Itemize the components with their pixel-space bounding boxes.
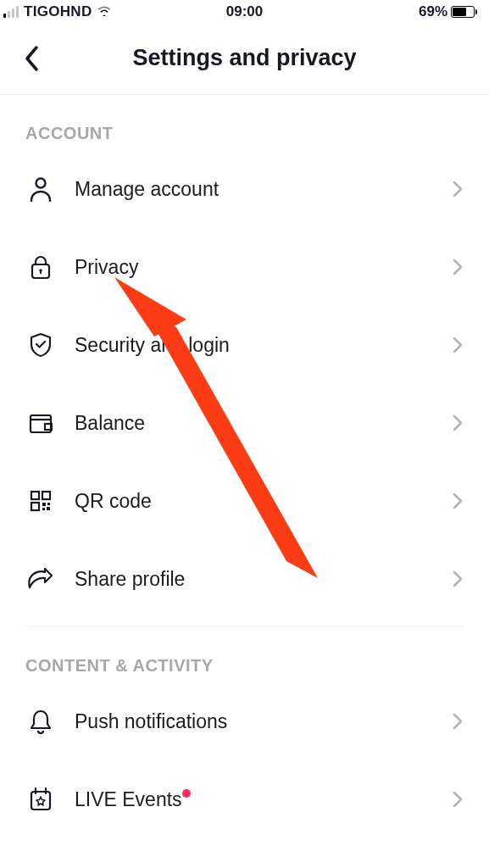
svg-rect-13 [31,792,50,810]
svg-rect-10 [47,503,50,505]
svg-rect-8 [31,503,39,510]
chevron-right-icon [448,790,467,809]
page-title: Settings and privacy [132,45,356,71]
cellular-signal-icon [3,6,19,18]
settings-item-share-profile[interactable]: Share profile [0,540,489,618]
chevron-right-icon [448,570,467,588]
status-bar: TIGOHND 09:00 69% [0,0,489,22]
settings-item-label: LIVE Events [75,788,448,811]
bell-icon [25,706,56,737]
chevron-left-icon [23,44,42,73]
settings-item-privacy[interactable]: Privacy [0,228,489,306]
lock-icon [25,252,56,282]
battery-percent-label: 69% [419,3,447,20]
share-icon [25,564,56,594]
chevron-right-icon [448,180,467,198]
settings-item-label: Push notifications [75,710,448,733]
chevron-right-icon [448,258,467,276]
navigation-header: Settings and privacy [0,22,489,95]
svg-rect-12 [47,507,50,510]
settings-item-label: Share profile [75,568,448,591]
section-header-content-activity: CONTENT & ACTIVITY [0,627,489,682]
back-button[interactable] [7,33,58,84]
status-left-cluster: TIGOHND [3,3,112,20]
settings-item-manage-account[interactable]: Manage account [0,150,489,228]
svg-point-0 [36,179,46,188]
settings-item-label: Privacy [75,256,448,279]
svg-rect-6 [31,492,39,499]
settings-item-balance[interactable]: Balance [0,384,489,462]
settings-item-live-events[interactable]: LIVE Events [0,760,489,838]
section-header-account: ACCOUNT [0,95,489,150]
settings-item-label: Security and login [75,334,448,357]
calendar-star-icon [25,784,56,815]
status-right-cluster: 69% [419,3,477,20]
svg-rect-9 [42,503,46,506]
settings-item-label: Balance [75,412,448,435]
person-icon [25,174,56,204]
svg-rect-11 [42,508,45,510]
battery-icon [451,6,477,18]
settings-item-qr-code[interactable]: QR code [0,462,489,540]
chevron-right-icon [448,492,467,510]
clock-label: 09:00 [226,3,263,20]
carrier-label: TIGOHND [24,3,92,20]
settings-item-label: QR code [75,490,448,513]
shield-icon [25,330,56,360]
settings-item-push-notifications[interactable]: Push notifications [0,682,489,760]
chevron-right-icon [448,336,467,354]
chevron-right-icon [448,414,467,432]
settings-item-label: Manage account [75,178,448,201]
svg-rect-3 [40,270,42,274]
wallet-icon [25,408,56,438]
notification-badge-icon [182,789,191,798]
qr-code-icon [25,486,56,516]
settings-item-security[interactable]: Security and login [0,306,489,384]
svg-rect-7 [42,492,50,499]
wifi-icon [97,3,112,20]
chevron-right-icon [448,712,467,731]
